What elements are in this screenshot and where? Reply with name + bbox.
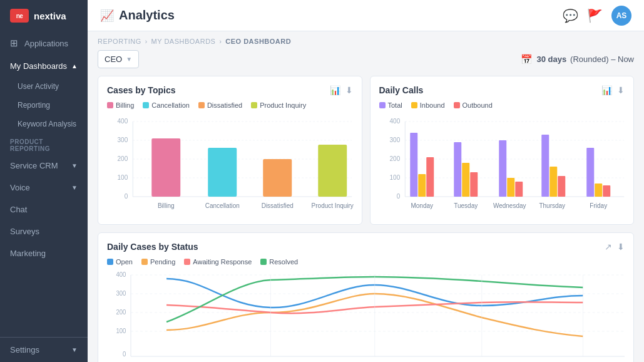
dashboard-dropdown[interactable]: CEO ▼ (98, 50, 139, 68)
page-title: Analytics (119, 8, 175, 23)
svg-text:400: 400 (116, 271, 126, 278)
breadcrumb-sep: › (145, 38, 148, 45)
svg-rect-13 (263, 159, 292, 197)
date-suffix: (Rounded) – Now (570, 54, 634, 64)
legend-label: Inbound (420, 101, 445, 109)
product-reporting-label: PRODUCT REPORTING (0, 133, 88, 155)
chart-legend: Total Inbound Outbound (379, 101, 625, 109)
svg-rect-30 (410, 133, 417, 197)
svg-text:200: 200 (118, 155, 128, 162)
settings-label: Settings (10, 345, 39, 354)
legend-color (260, 259, 267, 265)
sidebar-item-label: Reporting (18, 101, 50, 110)
dropdown-value: CEO (105, 54, 122, 64)
legend-label: Pending (150, 258, 175, 266)
chevron-icon: ▲ (71, 63, 78, 70)
svg-rect-14 (318, 145, 347, 197)
legend-label: Product Inquiry (260, 101, 306, 109)
legend-color (141, 259, 148, 265)
breadcrumb-item: MY DASHBOARDS (151, 38, 216, 45)
chart-actions: ↗ ⬇ (605, 242, 625, 252)
logo-brand: nextiva (34, 11, 66, 21)
legend-color (107, 102, 113, 108)
breadcrumb-sep: › (219, 38, 222, 45)
svg-rect-41 (558, 176, 565, 197)
user-avatar[interactable]: AS (611, 6, 631, 26)
chart-legend: Open Pending Awaiting Response Resolved (107, 258, 625, 266)
sidebar: ne nextiva ⊞ Applications My Dashboards … (0, 0, 88, 362)
sidebar-item-service-crm[interactable]: Service CRM ▼ (0, 155, 88, 177)
legend-color (379, 102, 386, 108)
svg-text:200: 200 (116, 309, 126, 316)
sidebar-item-chat[interactable]: Chat (0, 199, 88, 220)
sidebar-bottom: Settings ▼ (0, 337, 88, 362)
chevron-icon: ▼ (71, 184, 78, 191)
legend-label: Total (388, 101, 402, 109)
legend-label: Outbound (463, 101, 493, 109)
legend-item-total: Total (379, 101, 402, 109)
analytics-icon: 📈 (100, 9, 114, 23)
svg-text:300: 300 (118, 137, 128, 143)
svg-text:Dissatisfied: Dissatisfied (262, 202, 294, 209)
sidebar-settings[interactable]: Settings ▼ (0, 338, 88, 362)
sidebar-item-reporting[interactable]: Reporting (0, 96, 88, 115)
sidebar-item-label: Marketing (10, 249, 46, 258)
chart-header: Daily Calls 📊 ⬇ (379, 85, 625, 95)
legend-item-billing: Billing (107, 101, 134, 109)
legend-item-product-inquiry: Product Inquiry (251, 101, 306, 109)
flag-icon[interactable]: 🚩 (587, 8, 603, 23)
svg-rect-38 (515, 182, 523, 197)
toolbar: CEO ▼ 📅 30 days (Rounded) – Now (98, 50, 634, 68)
sidebar-logo: ne nextiva (0, 0, 88, 31)
legend-color (251, 102, 257, 108)
svg-text:Cancellation: Cancellation (205, 202, 240, 209)
main-content: 📈 Analytics 💬 🚩 AS REPORTING › MY DASHBO… (88, 0, 644, 362)
sidebar-item-label: User Activity (18, 82, 59, 91)
chart-area: 400 300 200 100 0 (107, 115, 353, 215)
sidebar-item-voice[interactable]: Voice ▼ (0, 177, 88, 199)
legend-label: Awaiting Response (193, 258, 252, 266)
sidebar-item-surveys[interactable]: Surveys (0, 220, 88, 242)
content-area: REPORTING › MY DASHBOARDS › CEO DASHBOAR… (88, 31, 644, 362)
legend-color (143, 102, 149, 108)
svg-text:Tuesday: Tuesday (454, 202, 478, 209)
svg-text:Friday: Friday (590, 202, 607, 209)
sidebar-item-my-dashboards[interactable]: My Dashboards ▲ (0, 55, 88, 77)
chart-download-icon[interactable]: ⬇ (617, 242, 625, 252)
legend-label: Dissatisfied (207, 101, 242, 109)
svg-rect-42 (586, 148, 594, 197)
legend-item-outbound: Outbound (454, 101, 493, 109)
sidebar-item-marketing[interactable]: Marketing (0, 242, 88, 264)
chart-title: Cases by Topics (107, 85, 175, 95)
svg-text:100: 100 (116, 328, 126, 334)
svg-text:400: 400 (118, 118, 128, 125)
chat-icon[interactable]: 💬 (563, 8, 578, 23)
chart-expand-icon[interactable]: ↗ (605, 242, 612, 252)
svg-text:100: 100 (118, 174, 128, 181)
chart-title: Daily Calls (379, 85, 424, 95)
charts-top-row: Cases by Topics 📊 ⬇ Billing Cancellation (98, 76, 634, 225)
svg-rect-43 (595, 184, 602, 197)
legend-label: Resolved (269, 258, 298, 266)
svg-text:Product Inquiry: Product Inquiry (312, 202, 354, 209)
breadcrumb-item: REPORTING (98, 38, 141, 45)
svg-rect-35 (470, 172, 478, 197)
legend-color (184, 259, 190, 265)
legend-color (198, 102, 205, 108)
sidebar-item-user-activity[interactable]: User Activity (0, 77, 88, 96)
logo-icon: ne (10, 9, 29, 23)
sidebar-item-label: Service CRM (10, 161, 58, 170)
chart-bars-icon[interactable]: 📊 (601, 85, 612, 95)
sidebar-item-keyword-analysis[interactable]: Keyword Analysis (0, 115, 88, 133)
chart-download-icon[interactable]: ⬇ (345, 85, 353, 95)
svg-text:Billing: Billing (158, 202, 175, 209)
date-range: 📅 30 days (Rounded) – Now (521, 54, 634, 65)
svg-rect-12 (208, 148, 237, 197)
dropdown-arrow-icon: ▼ (126, 56, 132, 63)
svg-text:300: 300 (389, 137, 400, 143)
sidebar-item-applications[interactable]: ⊞ Applications (0, 31, 88, 55)
chart-download-icon[interactable]: ⬇ (617, 85, 625, 95)
chart-bars-icon[interactable]: 📊 (330, 85, 340, 95)
svg-text:0: 0 (396, 193, 400, 200)
svg-rect-37 (507, 178, 514, 197)
